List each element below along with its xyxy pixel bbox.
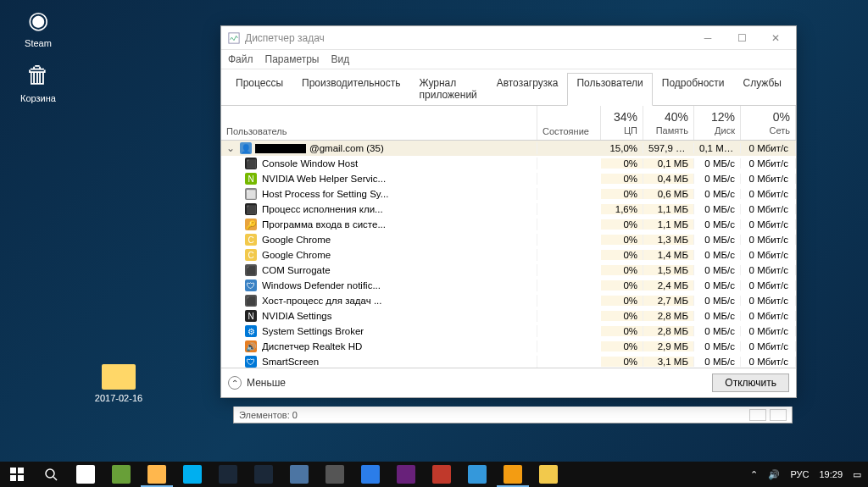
process-name: Windows Defender notific... [262,280,381,291]
tab-0[interactable]: Процессы [226,73,292,105]
table-header: Пользователь Состояние 34%ЦП 40%Память 1… [221,106,796,141]
process-icon: ⬜ [245,188,257,200]
tab-4[interactable]: Пользователи [567,73,652,106]
process-row[interactable]: NNVIDIA Web Helper Servic...0%0,4 МБ0 МБ… [221,171,796,186]
taskbar-app-task-manager[interactable] [495,462,531,487]
user-row[interactable]: ⌄👤@gmail.com (35)15,0%597,9 МБ0,1 МБ/с0 … [221,141,796,156]
taskbar-app-steam-1[interactable] [210,462,246,487]
tray-chevron-icon[interactable]: ⌃ [750,469,758,480]
window-title: Диспетчер задач [245,32,325,44]
taskbar-app-app-9[interactable] [353,462,388,487]
col-disk-header[interactable]: 12%Диск [694,106,741,140]
tray-language[interactable]: РУС [790,469,809,479]
task-manager-window: Диспетчер задач ─ ☐ ✕ Файл Параметры Вид… [220,25,797,398]
process-name: Host Process for Setting Sy... [262,189,388,199]
view-button-1[interactable] [749,409,766,421]
footer: ⌃ Меньше Отключить [221,368,796,397]
col-state-header[interactable]: Состояние [537,106,601,140]
desktop-icon-trash[interactable]: 🗑 Корзина [8,59,68,103]
table-body[interactable]: ⌄👤@gmail.com (35)15,0%597,9 МБ0,1 МБ/с0 … [221,141,796,368]
trash-label: Корзина [8,93,68,103]
taskbar-app-vk[interactable] [281,462,317,487]
desktop-icon-steam[interactable]: ◉ Steam [8,4,68,48]
svg-point-5 [46,469,54,478]
app-icon [397,465,415,484]
process-icon: 🛡 [245,279,257,291]
col-user-header[interactable]: Пользователь [221,106,537,140]
chevron-down-icon[interactable]: ⌄ [226,142,236,154]
process-row[interactable]: 🔑Программа входа в систе...0%1,1 МБ0 МБ/… [221,217,796,232]
tray-clock[interactable]: 19:29 [819,469,843,479]
tray-notifications-icon[interactable]: ▭ [853,469,861,480]
taskbar-app-explorer[interactable] [139,462,175,487]
fewer-details-button[interactable]: ⌃ Меньше [228,376,286,390]
process-icon: ⚙ [245,325,257,337]
process-row[interactable]: ⬜Host Process for Setting Sy...0%0,6 МБ0… [221,186,796,202]
tab-2[interactable]: Журнал приложений [410,73,487,105]
process-name: Процесс исполнения кли... [262,204,383,214]
minimize-button[interactable]: ─ [691,27,725,49]
process-name: NVIDIA Settings [262,311,331,321]
process-name: Программа входа в систе... [262,219,386,230]
process-row[interactable]: 🔊Диспетчер Realtek HD0%2,9 МБ0 МБ/с0 Мби… [221,339,796,354]
process-icon: 🛡 [245,356,257,368]
menu-view[interactable]: Вид [331,53,349,65]
taskbar-app-chrome[interactable] [531,462,566,487]
process-row[interactable]: CGoogle Chrome0%1,3 МБ0 МБ/с0 Мбит/с [221,232,796,247]
col-mem-header[interactable]: 40%Память [643,106,694,140]
taskbar-app-skype[interactable] [175,462,210,487]
process-row[interactable]: 🛡Windows Defender notific...0%2,4 МБ0 МБ… [221,278,796,293]
svg-line-6 [53,477,57,480]
col-net-header[interactable]: 0%Сеть [741,106,796,140]
app-icon [468,465,487,484]
tab-1[interactable]: Производительность [292,73,409,105]
tab-3[interactable]: Автозагрузка [487,73,568,105]
search-button[interactable] [34,462,68,487]
tab-5[interactable]: Подробности [653,73,734,105]
app-icon [219,465,237,484]
menu-options[interactable]: Параметры [265,53,320,65]
titlebar[interactable]: Диспетчер задач ─ ☐ ✕ [221,26,796,50]
app-icon [539,465,558,484]
taskbar-app-steam-2[interactable] [246,462,281,487]
steam-icon: ◉ [23,4,53,35]
process-icon: C [245,234,257,246]
col-cpu-header[interactable]: 34%ЦП [601,106,643,140]
process-icon: 🔑 [245,219,257,230]
process-icon: N [245,310,257,322]
process-row[interactable]: CGoogle Chrome0%1,4 МБ0 МБ/с0 Мбит/с [221,247,796,263]
trash-icon: 🗑 [23,59,53,90]
taskbar-app-unknown-app[interactable] [103,462,139,487]
taskbar-app-app-12[interactable] [459,462,495,487]
process-row[interactable]: ⬛Хост-процесс для задач ...0%2,7 МБ0 МБ/… [221,293,796,308]
process-name: Google Chrome [262,250,331,260]
process-icon: C [245,249,257,261]
view-button-2[interactable] [770,409,787,421]
process-row[interactable]: NNVIDIA Settings0%2,8 МБ0 МБ/с0 Мбит/с [221,308,796,324]
redacted-username [255,144,306,153]
process-row[interactable]: ⬛Console Window Host0%0,1 МБ0 МБ/с0 Мбит… [221,156,796,171]
taskbar-app-visual-studio[interactable] [388,462,424,487]
maximize-button[interactable]: ☐ [725,27,759,49]
process-name: Google Chrome [262,235,331,245]
disconnect-button[interactable]: Отключить [712,374,789,392]
process-icon: ⬛ [245,203,257,215]
app-icon [432,465,451,484]
start-button[interactable] [0,462,34,487]
tray-volume-icon[interactable]: 🔊 [768,469,780,480]
taskbar: ⌃ 🔊 РУС 19:29 ▭ [0,462,868,487]
app-icon [183,465,202,484]
process-row[interactable]: ⬛Процесс исполнения кли...1,6%1,1 МБ0 МБ… [221,202,796,217]
process-row[interactable]: ⚙System Settings Broker0%2,8 МБ0 МБ/с0 М… [221,324,796,339]
menu-file[interactable]: Файл [228,53,253,65]
process-row[interactable]: 🛡SmartScreen0%3,1 МБ0 МБ/с0 Мбит/с [221,354,796,368]
tab-6[interactable]: Службы [734,73,791,105]
close-button[interactable]: ✕ [759,27,793,49]
taskbar-app-app-8[interactable] [317,462,353,487]
taskbar-app-app-11[interactable] [424,462,459,487]
taskbar-app-taskview-icon[interactable] [68,462,103,487]
process-row[interactable]: ⬛COM Surrogate0%1,5 МБ0 МБ/с0 Мбит/с [221,263,796,278]
process-name: Диспетчер Realtek HD [262,341,362,351]
desktop-icon-folder[interactable]: 2017-02-16 [89,364,148,403]
process-name: COM Surrogate [262,265,331,275]
